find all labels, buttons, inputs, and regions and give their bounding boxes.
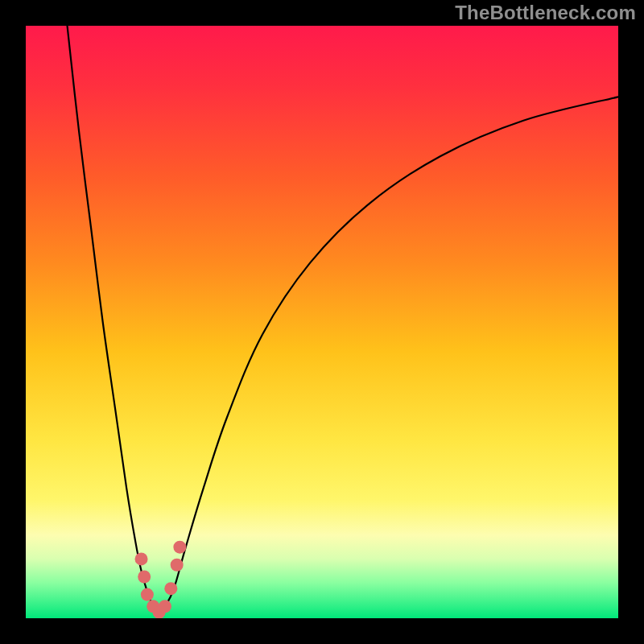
watermark-label: TheBottleneck.com (455, 2, 636, 24)
data-marker (171, 559, 184, 572)
data-marker (138, 570, 151, 583)
curve-layer (26, 26, 618, 618)
plot-area (26, 26, 618, 618)
curve-right-branch (159, 97, 618, 612)
data-marker (173, 541, 186, 554)
curve-left-branch (68, 26, 159, 613)
data-marker (141, 588, 154, 601)
data-marker (135, 552, 148, 565)
chart-frame: TheBottleneck.com (0, 0, 644, 644)
data-marker (164, 582, 177, 595)
data-marker (159, 600, 171, 613)
